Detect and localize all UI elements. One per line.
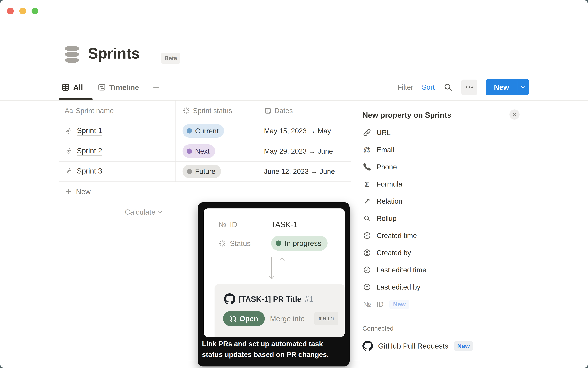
search-icon[interactable] [443,83,453,92]
property-type-phone[interactable]: Phone [351,158,588,175]
runner-icon [65,168,72,175]
column-header-label: Dates [274,107,293,115]
property-type-label: URL [376,129,391,137]
connected-github-pull-requests[interactable]: GitHub Pull Requests New [362,338,473,354]
status-pill[interactable]: Current [183,124,224,138]
pr-merge-text: Merge into [270,311,305,326]
person-icon [362,249,372,257]
property-type-label: Created by [376,248,411,257]
sort-button[interactable]: Sort [422,83,435,91]
github-integration-tooltip: № ID TASK-1 Status [198,202,350,367]
new-record-label: New [486,79,517,95]
more-options-button[interactable] [461,80,477,95]
numero-icon: № [362,300,372,309]
property-type-label: Last edited by [376,283,420,291]
property-type-last-edited-time[interactable]: Last edited time [351,261,588,278]
phone-icon [362,163,372,171]
clock-icon [362,232,372,239]
id-label: ID [230,221,237,229]
status-label: Current [195,127,219,135]
plus-icon [65,188,72,195]
page-title: Sprints [88,44,140,63]
table-row[interactable]: Sprint 2 Next May 29, 2023 → June [59,141,351,161]
panel-title: New property on Sprints [362,111,451,120]
table-row[interactable]: Sprint 3 Future June 12, 2023 → June [59,161,351,182]
property-type-rollup[interactable]: Rollup [351,210,588,227]
column-header-label: Sprint status [193,107,232,115]
date-range-cell[interactable]: May 29, 2023 → June [264,141,351,161]
github-pr-card: [TASK-1] PR Title #1 Open Merge into mai… [214,284,345,337]
arrow-up-right-icon: ↗ [362,197,372,206]
close-icon [512,112,517,117]
pr-title: [TASK-1] PR Title [239,295,301,304]
id-property-label: № ID [219,220,237,229]
date-range-cell[interactable]: May 15, 2023 → May [264,121,351,141]
github-icon [224,293,235,305]
sync-arrows-icon [268,256,288,281]
tab-all-label: All [73,83,83,92]
property-type-id[interactable]: № ID New [351,296,588,313]
chevron-down-icon[interactable] [517,79,529,95]
pr-branch-chip: main [314,312,339,325]
tab-timeline[interactable]: Timeline [98,82,139,92]
column-header-sprint-name[interactable]: Aa Sprint name [65,101,114,121]
sprint-page-link[interactable]: Sprint 3 [77,167,102,176]
git-pull-request-icon [230,315,237,322]
active-tab-indicator [59,98,93,100]
column-header-label: Sprint name [76,107,114,115]
view-toolbar: Filter Sort New [398,79,529,95]
add-view-button[interactable] [152,84,160,91]
new-record-button[interactable]: New [486,79,529,95]
task-preview-card: № ID TASK-1 Status [204,208,345,337]
tab-timeline-label: Timeline [109,83,139,92]
sprint-page-link[interactable]: Sprint 1 [77,126,102,136]
property-type-last-edited-by[interactable]: Last edited by [351,278,588,296]
pr-number: #1 [305,295,313,304]
chevron-down-icon [158,210,163,214]
add-row-label: New [76,187,91,196]
status-label: Next [195,147,210,155]
property-type-created-time[interactable]: Created time [351,227,588,244]
tooltip-caption: Link PRs and set up automated task statu… [202,338,346,360]
window-zoom-button[interactable] [32,8,38,14]
status-pill[interactable]: Future [183,165,221,178]
property-type-label: ID [376,300,383,308]
column-header-sprint-status[interactable]: Sprint status [182,101,232,121]
pr-open-status-pill: Open [223,311,265,326]
close-panel-button[interactable] [509,110,520,120]
status-pill[interactable]: Next [183,144,215,158]
property-type-email[interactable]: @ Email [351,141,588,158]
property-type-created-by[interactable]: Created by [351,244,588,261]
date-range-cell[interactable]: June 12, 2023 → June [264,161,351,182]
calendar-icon [264,107,272,114]
numero-icon: № [219,221,226,229]
table-row[interactable]: Sprint 1 Current May 15, 2023 → May [59,121,351,141]
table-view-icon [61,83,70,92]
property-type-label: Formula [376,180,402,188]
sigma-icon: Σ [362,180,372,188]
text-property-icon: Aa [65,107,73,114]
property-type-formula[interactable]: Σ Formula [351,175,588,193]
property-type-url[interactable]: URL [351,124,588,141]
status-property-label: Status [218,239,251,248]
new-feature-badge: New [389,300,409,309]
property-type-relation[interactable]: ↗ Relation [351,193,588,210]
sprint-page-link[interactable]: Sprint 2 [77,147,102,156]
task-id-value: TASK-1 [271,220,297,229]
calculate-dropdown[interactable]: Calculate [125,202,163,222]
link-icon [362,129,372,137]
status-burst-icon [182,107,190,115]
tab-all[interactable]: All [61,82,83,92]
add-row-button[interactable]: New [59,182,351,202]
runner-icon [65,127,72,135]
status-value-label: In progress [285,239,321,248]
status-dot [187,148,192,154]
window-close-button[interactable] [7,8,14,14]
column-header-dates[interactable]: Dates [264,101,293,121]
app-window: Sprints Beta All Timeline [0,0,588,368]
window-minimize-button[interactable] [19,8,26,14]
filter-button[interactable]: Filter [398,83,413,91]
clock-icon [362,266,372,274]
property-type-label: Email [376,146,394,154]
calculate-label: Calculate [125,208,155,216]
